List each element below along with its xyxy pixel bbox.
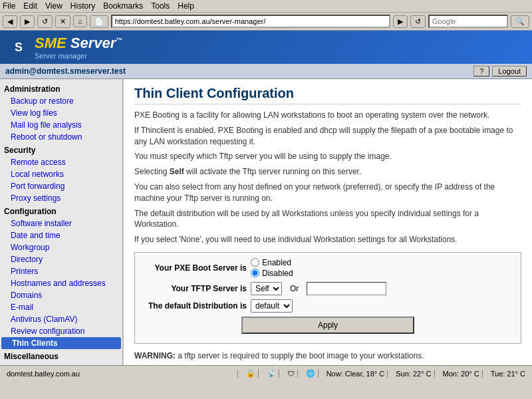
help-button[interactable]: ? <box>473 66 489 76</box>
menu-view[interactable]: View <box>45 1 63 11</box>
sidebar-item-remoteaccess[interactable]: Remote access <box>0 156 122 168</box>
username-display: admin@domtest.smeserver.test <box>5 66 126 76</box>
go-button[interactable]: ▶ <box>393 15 408 28</box>
menu-tools[interactable]: Tools <box>151 1 170 11</box>
pxe-disabled-radio[interactable] <box>251 269 259 277</box>
para-2: If Thinclient is enabled, PXE Booting is… <box>134 125 521 148</box>
menu-edit[interactable]: Edit <box>23 1 37 11</box>
sidebar-item-workgroup[interactable]: Workgroup <box>0 241 122 253</box>
pxe-radio-group: Enabled Disabled <box>251 258 293 278</box>
sidebar-item-directory[interactable]: Directory <box>0 253 122 265</box>
sidebar-section-miscellaneous: Miscellaneous <box>0 349 122 362</box>
app-logo-area: S SME Server™ Server manager <box>7 35 122 60</box>
para-7: If you select 'None', you will need to u… <box>134 234 521 245</box>
forward-button[interactable]: ▶ <box>20 15 35 28</box>
status-url: domtest.batley.com.au <box>4 370 238 378</box>
warning-body: a tftp server is required to supply the … <box>176 351 424 360</box>
back-button[interactable]: ◀ <box>3 15 17 28</box>
tftp-control: Self Or <box>251 282 386 295</box>
logo-sme: SME <box>35 35 66 51</box>
para-3: You must specify which Tftp server you w… <box>134 151 521 162</box>
sidebar-item-backup[interactable]: Backup or restore <box>0 95 122 107</box>
para-4-strong: Self <box>170 167 184 176</box>
tftp-label: Your TFTP Server is <box>140 284 247 293</box>
menu-help[interactable]: Help <box>178 1 194 11</box>
pxe-label: Your PXE Boot Server is <box>140 263 247 273</box>
address-input[interactable] <box>111 15 390 28</box>
stop-button[interactable]: ✕ <box>55 15 70 28</box>
logo-server: Server <box>66 35 116 51</box>
refresh-button[interactable]: ↺ <box>410 15 426 28</box>
status-weather1: Now: Clear, 18° C <box>324 370 388 378</box>
menu-history[interactable]: History <box>70 1 95 11</box>
distribution-label: The default Distribution is <box>140 301 247 311</box>
sidebar-item-portforwarding[interactable]: Port forwarding <box>0 180 122 192</box>
menu-bookmarks[interactable]: Bookmarks <box>103 1 143 11</box>
apply-button[interactable]: Apply <box>241 317 414 334</box>
sidebar-item-reviewconfig[interactable]: Review configuration <box>0 325 122 337</box>
address-bar: 📄 ▶ ↺ <box>90 15 426 28</box>
user-bar-actions: ? Logout <box>473 66 527 76</box>
status-icon-lock: 🔒 <box>243 369 259 378</box>
distribution-select[interactable]: default None <box>251 299 293 313</box>
sidebar-item-support[interactable]: Support and licensing <box>0 362 122 365</box>
sidebar-item-antivirus[interactable]: Antivirus (ClamAV) <box>0 313 122 325</box>
tftp-row: Your TFTP Server is Self Or <box>140 282 515 295</box>
sidebar-item-proxy[interactable]: Proxy settings <box>0 192 122 204</box>
pxe-options: Enabled Disabled <box>251 258 293 278</box>
page-title: Thin Client Configuration <box>134 86 521 104</box>
status-icon-shield: 🛡 <box>285 370 298 378</box>
warning-prefix: WARNING: <box>134 351 176 360</box>
pxe-boot-row: Your PXE Boot Server is Enabled Disabled <box>140 258 515 278</box>
logout-button[interactable]: Logout <box>492 66 527 76</box>
sidebar-item-hostnames[interactable]: Hostnames and addresses <box>0 277 122 289</box>
para-5: You can also select from any host define… <box>134 182 521 204</box>
sidebar-item-thinclients[interactable]: Thin Clients <box>1 337 121 349</box>
tftp-select[interactable]: Self <box>251 282 282 295</box>
status-weather2: Sun: 22° C <box>393 370 434 378</box>
pxe-enabled-option[interactable]: Enabled <box>251 258 293 267</box>
thin-client-form: Your PXE Boot Server is Enabled Disabled <box>134 252 521 344</box>
sidebar-item-maillog[interactable]: Mail log file analysis <box>0 119 122 131</box>
pxe-enabled-radio[interactable] <box>251 258 259 267</box>
status-weather3: Mon: 20° C <box>440 370 483 378</box>
reload-button[interactable]: ↺ <box>37 15 53 28</box>
para-1: PXE Booting is a facility for allowing L… <box>134 110 521 121</box>
status-icon-rss: 📡 <box>264 369 279 378</box>
main-container: Administration Backup or restore View lo… <box>0 79 532 365</box>
app-subtitle: Server manager <box>35 52 122 60</box>
bookmark-button[interactable]: 📄 <box>90 15 108 28</box>
distribution-control: default None <box>251 299 293 313</box>
distribution-row: The default Distribution is default None <box>140 299 515 313</box>
sidebar: Administration Backup or restore View lo… <box>0 79 123 365</box>
app-logo: SME Server™ <box>35 35 122 52</box>
tftp-ip-input[interactable] <box>307 282 386 295</box>
status-weather4: Tue: 21° C <box>488 370 528 378</box>
search-button[interactable]: 🔍 <box>511 15 529 28</box>
sidebar-item-datetime[interactable]: Date and time <box>0 229 122 241</box>
home-button[interactable]: ⌂ <box>73 15 87 27</box>
sidebar-item-email[interactable]: E-mail <box>0 301 122 313</box>
sidebar-item-localnetworks[interactable]: Local networks <box>0 168 122 180</box>
sidebar-item-viewlogs[interactable]: View log files <box>0 107 122 119</box>
or-text: Or <box>290 284 299 293</box>
sidebar-section-administration: Administration <box>0 82 122 95</box>
menu-file[interactable]: File <box>3 1 15 11</box>
sidebar-section-configuration: Configuration <box>0 204 122 217</box>
para-4: Selecting Self will activate the Tftp se… <box>134 166 521 178</box>
pxe-disabled-option[interactable]: Disabled <box>251 269 293 278</box>
toolbar: ◀ ▶ ↺ ✕ ⌂ 📄 ▶ ↺ 🔍 <box>0 13 532 31</box>
pxe-disabled-label: Disabled <box>262 269 293 278</box>
sidebar-item-printers[interactable]: Printers <box>0 265 122 277</box>
search-input[interactable] <box>428 15 508 28</box>
sidebar-item-reboot[interactable]: Reboot or shutdown <box>0 131 122 143</box>
sidebar-section-security: Security <box>0 143 122 156</box>
sidebar-item-domains[interactable]: Domains <box>0 289 122 301</box>
warning-text: WARNING: a tftp server is required to su… <box>134 350 521 365</box>
menu-bar: File Edit View History Bookmarks Tools H… <box>0 0 532 13</box>
status-bar: domtest.batley.com.au 🔒 📡 🛡 🌐 Now: Clear… <box>0 365 532 381</box>
status-icon-network: 🌐 <box>303 369 319 378</box>
sidebar-item-software[interactable]: Software installer <box>0 217 122 229</box>
pxe-enabled-label: Enabled <box>262 258 291 267</box>
content-area: Thin Client Configuration PXE Booting is… <box>123 79 532 365</box>
